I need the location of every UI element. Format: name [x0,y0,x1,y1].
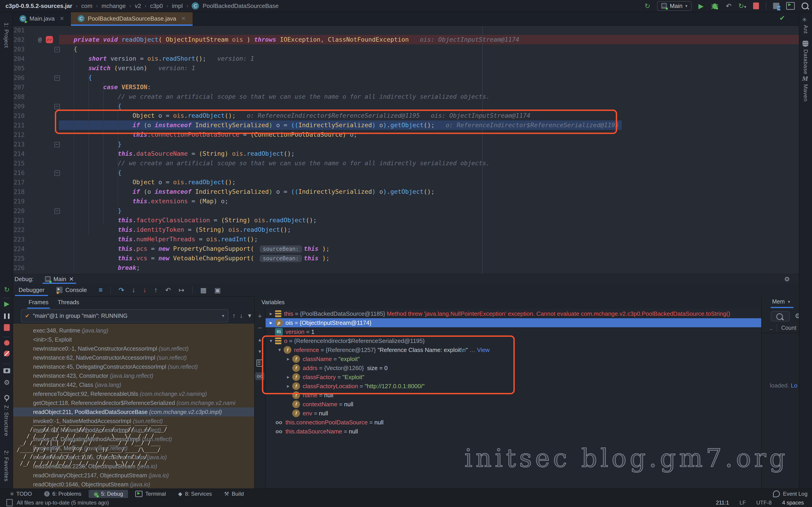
run-config-selector[interactable]: Main ▾ [657,1,692,11]
stack-frame-row[interactable]: readSerialData:2236, ObjectInputStream (… [13,462,254,471]
sidebar-item-ant[interactable]: Ant [803,25,809,34]
code-line-217[interactable]: 217 Object o = ois.readObject(); [13,177,799,187]
breakpoint-icon[interactable]: ✓✓ [46,36,53,43]
code-line-203[interactable]: 203 { [13,44,799,54]
evaluate-expression-icon[interactable]: ▦ [200,286,207,294]
status-item[interactable]: UTF-8 [756,500,772,506]
tab-threads[interactable]: Threads [58,299,79,308]
view-link[interactable]: View [477,346,490,353]
filter-icon[interactable]: ▼ [247,313,252,319]
code-line-211[interactable]: 211 if (o instanceof IndirectlySerialize… [13,120,799,130]
settings-gear-icon[interactable]: ⚙ [784,275,790,283]
inspections-ok-icon[interactable]: ✔ [779,14,785,22]
status-item[interactable]: LF [740,500,746,506]
variable-row[interactable]: 01version = 1 [265,327,761,336]
variable-row[interactable]: ▸this = {PoolBackedDataSource@1185} Meth… [265,309,761,318]
search-everywhere-icon[interactable] [802,2,808,9]
layout-settings-icon[interactable]: ▣ [214,286,221,294]
fold-marker-icon[interactable] [54,209,60,214]
code-line-204[interactable]: 204 short version = ois.readShort(); ver… [13,54,799,63]
bottom-tab--services[interactable]: ◆8: Services [173,490,217,498]
stack-frame-row[interactable]: newInstance:423, Constructor (java.lang.… [13,371,254,380]
fold-marker-icon[interactable] [54,47,60,52]
variable-row[interactable]: fname = null [265,391,761,400]
status-item[interactable]: 211:1 [716,500,729,506]
coverage-button[interactable]: ↶ [726,2,731,10]
code-line-223[interactable]: 223 this.numHelperThreads = ois.readInt(… [13,234,799,244]
variable-row[interactable]: ▾freference = {Reference@1257} "Referenc… [265,345,761,354]
stack-frame-row[interactable]: readOrdinaryObject:2147, ObjectInputStre… [13,471,254,480]
maven-icon[interactable]: M [802,75,808,82]
code-line-207[interactable]: 207 case VERSION: [13,82,799,92]
stack-frame-row[interactable]: exec:348, Runtime (java.lang) [13,326,254,335]
variable-row[interactable]: ▾o = {ReferenceIndirector$ReferenceSeria… [265,336,761,345]
code-line-206[interactable]: 206 { [13,73,799,82]
stack-frame-row[interactable]: referenceToObject:92, ReferenceableUtils… [13,389,254,398]
breadcrumb-item[interactable]: c3p0 [150,2,163,9]
code-line-219[interactable]: 219 this.extensions = (Map) o; [13,196,799,206]
variable-row[interactable]: ▸fclassFactoryLocation = "http://127.0.0… [265,382,761,391]
ant-icon[interactable]: ✳ [802,16,807,23]
tab-frames[interactable]: Frames [29,299,48,308]
bottom-tab-build[interactable]: ⚒Build [219,490,249,498]
code-line-218[interactable]: 218 if (o instanceof IndirectlySerialize… [13,187,799,196]
variable-row[interactable]: fcontextName = null [265,400,761,409]
breadcrumb-item[interactable]: c3p0-0.9.5.2-sources.jar [5,2,72,9]
debug-settings-gear-icon[interactable]: ⚙ [2,379,12,386]
memory-col-count[interactable]: Count [781,325,796,331]
stack-frame-row[interactable]: invoke:498, Method (java.lang.reflect) [13,444,254,453]
sidebar-item-structure[interactable]: Z: Structure [3,405,9,436]
thread-dump-camera-icon[interactable] [2,367,12,375]
remove-watch-icon[interactable]: − [255,324,265,332]
code-line-208[interactable]: 208 // we create an artificial scope so … [13,92,799,101]
memory-col-class[interactable]: .. [762,325,773,331]
event-log-button[interactable]: Event Log [773,491,807,497]
code-editor[interactable]: 201202@✓✓ private void readObject( Objec… [13,25,799,274]
code-line-221[interactable]: 221 this.factoryClassLocation = (String)… [13,216,799,225]
stack-frame-row[interactable]: invoke0:-1, NativeMethodAccessorImpl (su… [13,416,254,426]
editor-tab-poolbacked[interactable]: CPoolBackedDataSourceBase.java✕ [71,12,192,25]
debug-button[interactable] [711,2,719,10]
stack-frame-row[interactable]: newInstance:62, NativeConstructorAccesso… [13,353,254,362]
code-line-222[interactable]: 222 this.identityToken = (String) ois.re… [13,225,799,234]
code-line-216[interactable]: 216 { [13,168,799,177]
stack-frame-row[interactable]: readObject:211, PoolBackedDataSourceBase… [13,407,254,416]
variable-row[interactable]: faddrs = {Vector@1260} size = 0 [265,363,761,373]
view-breakpoints-icon[interactable] [2,340,12,347]
fold-marker-icon[interactable] [54,170,60,176]
code-line-212[interactable]: 212 this.connectionPoolDataSource = (Con… [13,130,799,139]
code-line-213[interactable]: 213 } [13,139,799,149]
run-button[interactable]: ▶ [699,2,704,10]
bottom-tab--problems[interactable]: !6: Problems [39,490,86,498]
code-line-201[interactable]: 201 [13,25,799,35]
status-item[interactable]: 4 spaces [782,500,804,506]
sidebar-item-maven[interactable]: Maven [803,84,809,102]
bottom-tab--debug[interactable]: ◉5: Debug [89,490,128,498]
code-line-205[interactable]: 205 switch (version) version: 1 [13,63,799,73]
run-anything-icon[interactable] [786,2,795,10]
frame-down-icon[interactable]: ↓ [240,312,243,319]
close-icon[interactable]: ✕ [181,15,186,22]
mute-breakpoints-icon[interactable] [2,350,12,358]
debug-session-tab[interactable]: Main ✕ [43,274,76,284]
breadcrumb-item[interactable]: v2 [135,2,141,9]
step-over-icon[interactable]: ↷ [118,286,124,294]
breadcrumb[interactable]: c3p0-0.9.5.2-sources.jar›com›mchange›v2›… [0,2,279,9]
breadcrumb-item[interactable]: PoolBackedDataSourceBase [203,2,278,9]
editor-tab-main[interactable]: CMain.java✕ [13,12,71,25]
sidebar-item-project[interactable]: 1: Project [3,23,9,48]
stack-frame-row[interactable]: readObject0:1646, ObjectInputStream (jav… [13,480,254,489]
duplicate-icon[interactable] [255,359,265,368]
update-project-icon[interactable]: ↻ [645,2,650,10]
stack-frame-row[interactable]: invoke:62, NativeMethodAccessorImpl (sun… [13,426,254,435]
variable-row[interactable]: ▸fclassName = "exploit" [265,354,761,363]
pin-icon[interactable] [2,394,12,401]
thread-selector[interactable]: ✔ "main"@1 in group "main": RUNNING ▾ [21,309,229,322]
stack-frame-row[interactable]: invokeReadObject:1185, ObjectStreamClass… [13,453,254,462]
code-line-215[interactable]: 215 // we create an artificial scope so … [13,159,799,168]
rerun-icon[interactable]: ↻ [2,286,12,293]
fold-marker-icon[interactable] [54,104,60,109]
code-line-225[interactable]: 225 this.vcs = new VetoableChangeSupport… [13,253,799,263]
tab-memory[interactable]: Mem ▾ [772,298,790,305]
step-into-icon[interactable]: ↓ [132,286,135,294]
